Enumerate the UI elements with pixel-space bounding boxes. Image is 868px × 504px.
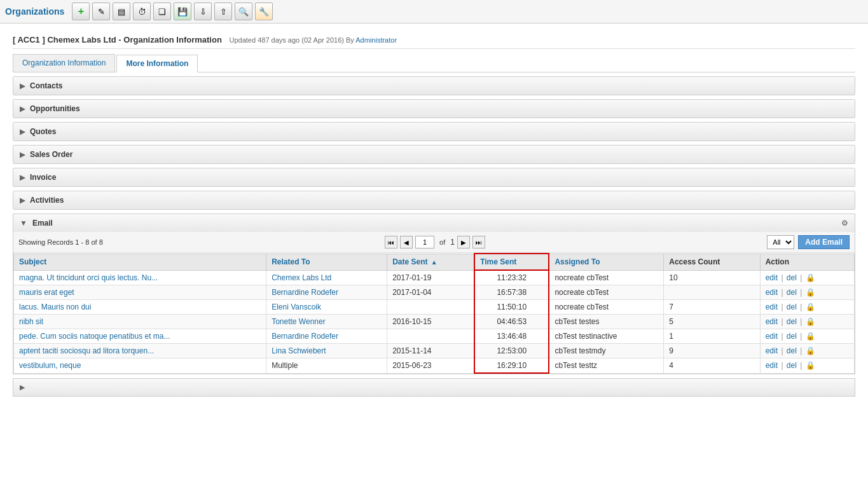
range-start: 1 — [75, 238, 79, 246]
subject-link[interactable]: vestibulum, neque — [19, 361, 81, 370]
documents-arrow-icon: ▶ — [20, 383, 25, 392]
edit-button[interactable]: ✎ — [92, 3, 110, 20]
opportunities-label: Opportunities — [30, 104, 80, 113]
contacts-header[interactable]: ▶ Contacts — [13, 77, 855, 95]
cell-subject: magna. Ut tincidunt orci quis lectus. Nu… — [14, 270, 266, 285]
col-date-sent[interactable]: Date Sent ▲ — [387, 254, 475, 270]
cell-time-sent: 16:57:38 — [474, 285, 549, 300]
related-to-link[interactable]: Bernardine Rodefer — [272, 332, 338, 341]
edit-action-link[interactable]: edit — [766, 273, 778, 282]
col-time-sent[interactable]: Time Sent — [474, 254, 549, 270]
cell-related-to: Tonette Wenner — [266, 315, 387, 329]
cell-access-count: 4 — [664, 358, 760, 374]
related-to-link[interactable]: Bernardine Rodefer — [272, 288, 338, 297]
del-action-link[interactable]: del — [787, 273, 797, 282]
subject-link[interactable]: pede. Cum sociis natoque penatibus et ma… — [19, 332, 170, 341]
record-id: [ ACC1 ] Chemex Labs Ltd - Organization … — [13, 35, 222, 44]
subject-link[interactable]: aptent taciti sociosqu ad litora torquen… — [19, 346, 154, 355]
cell-time-sent: 13:46:48 — [474, 329, 549, 344]
related-to-link[interactable]: Tonette Wenner — [272, 317, 326, 326]
add-email-button[interactable]: Add Email — [798, 235, 850, 249]
subject-link[interactable]: nibh sit — [19, 317, 43, 326]
email-section-header[interactable]: ▼ Email ⚙ — [13, 214, 855, 232]
col-assigned-to[interactable]: Assigned To — [549, 254, 663, 270]
edit-action-link[interactable]: edit — [766, 288, 778, 297]
add-button[interactable]: + — [72, 3, 90, 20]
cell-time-sent: 11:23:32 — [474, 270, 549, 285]
related-to-link[interactable]: Lina Schwiebert — [272, 346, 326, 355]
duplicate-button[interactable]: ❏ — [153, 3, 171, 20]
edit-action-link[interactable]: edit — [766, 317, 778, 326]
right-controls: All Add Email — [767, 235, 850, 249]
del-action-link[interactable]: del — [787, 346, 797, 355]
quotes-header[interactable]: ▶ Quotes — [13, 123, 855, 140]
toolbar: Organizations + ✎ ▤ ⏱ ❏ 💾 ⇩ ⇧ 🔍 🔧 — [0, 0, 868, 24]
sales-order-header[interactable]: ▶ Sales Order — [13, 146, 855, 163]
del-action-link[interactable]: del — [787, 361, 797, 370]
activities-header[interactable]: ▶ Activities — [13, 191, 855, 209]
lock-icon: 🔒 — [806, 273, 815, 282]
search-button[interactable]: 🔍 — [235, 3, 252, 20]
col-subject[interactable]: Subject — [14, 254, 266, 270]
edit-action-link[interactable]: edit — [766, 346, 778, 355]
cell-subject: pede. Cum sociis natoque penatibus et ma… — [14, 329, 266, 344]
cell-related-to: Bernardine Rodefer — [266, 285, 387, 300]
opportunities-arrow-icon: ▶ — [20, 105, 25, 113]
related-to-link[interactable]: Chemex Labs Ltd — [272, 273, 331, 282]
page-controls: ⏮ ◀ of 1 ▶ ⏭ — [385, 236, 485, 249]
edit-action-link[interactable]: edit — [766, 361, 778, 370]
admin-link[interactable]: Administrator — [355, 36, 397, 44]
first-page-button[interactable]: ⏮ — [385, 236, 397, 249]
sales-order-arrow-icon: ▶ — [20, 151, 25, 159]
lock-icon: 🔒 — [806, 288, 815, 297]
cell-time-sent: 16:29:10 — [474, 358, 549, 374]
cell-subject: aptent taciti sociosqu ad litora torquen… — [14, 344, 266, 358]
cell-assigned-to: nocreate cbTest — [549, 300, 663, 315]
import-button[interactable]: ⇩ — [194, 3, 212, 20]
opportunities-header[interactable]: ▶ Opportunities — [13, 100, 855, 118]
table-row: magna. Ut tincidunt orci quis lectus. Nu… — [14, 270, 855, 285]
table-row: aptent taciti sociosqu ad litora torquen… — [14, 344, 855, 358]
page-number-input[interactable] — [415, 236, 434, 249]
detail-button[interactable]: ▤ — [113, 3, 130, 20]
invoice-header[interactable]: ▶ Invoice — [13, 168, 855, 186]
cell-related-to: Lina Schwiebert — [266, 344, 387, 358]
filter-dropdown[interactable]: All — [767, 235, 794, 249]
documents-header[interactable]: ▶ — [13, 379, 855, 396]
cell-related-to: Multiple — [266, 358, 387, 374]
next-page-button[interactable]: ▶ — [457, 236, 470, 249]
tab-more-information[interactable]: More Information — [116, 55, 198, 72]
col-related-to[interactable]: Related To — [266, 254, 387, 270]
subject-link[interactable]: magna. Ut tincidunt orci quis lectus. Nu… — [19, 273, 158, 282]
record-updated: Updated 487 days ago (02 Apr 2016) By Ad… — [230, 36, 397, 44]
save-button[interactable]: 💾 — [174, 3, 191, 20]
subject-link[interactable]: lacus. Mauris non dui — [19, 303, 91, 311]
email-settings-icon[interactable]: ⚙ — [841, 219, 848, 228]
section-invoice: ▶ Invoice — [13, 168, 855, 187]
subject-link[interactable]: mauris erat eget — [19, 288, 74, 297]
page-total: 1 — [450, 238, 455, 247]
tabs: Organization Information More Informatio… — [13, 54, 855, 72]
history-button[interactable]: ⏱ — [133, 3, 151, 20]
cell-date-sent — [387, 300, 475, 315]
cell-assigned-to: nocreate cbTest — [549, 285, 663, 300]
tab-organization-information[interactable]: Organization Information — [13, 54, 115, 72]
cell-time-sent: 04:46:53 — [474, 315, 549, 329]
edit-action-link[interactable]: edit — [766, 332, 778, 341]
last-page-button[interactable]: ⏭ — [472, 236, 485, 249]
related-to-link[interactable]: Eleni Vanscoik — [272, 303, 321, 311]
tools-button[interactable]: 🔧 — [255, 3, 273, 20]
del-action-link[interactable]: del — [787, 303, 797, 311]
del-action-link[interactable]: del — [787, 332, 797, 341]
lock-icon: 🔒 — [806, 332, 815, 341]
section-email: ▼ Email ⚙ Showing Records 1 - 8 of 8 ⏮ — [13, 214, 855, 374]
cell-time-sent: 11:50:10 — [474, 300, 549, 315]
table-header-row: Subject Related To Date Sent ▲ Time Sent — [14, 254, 855, 270]
del-action-link[interactable]: del — [787, 317, 797, 326]
edit-action-link[interactable]: edit — [766, 303, 778, 311]
del-action-link[interactable]: del — [787, 288, 797, 297]
range-end: 8 — [85, 238, 89, 246]
cell-date-sent: 2015-06-23 — [387, 358, 475, 374]
prev-page-button[interactable]: ◀ — [400, 236, 413, 249]
export-button[interactable]: ⇧ — [214, 3, 232, 20]
